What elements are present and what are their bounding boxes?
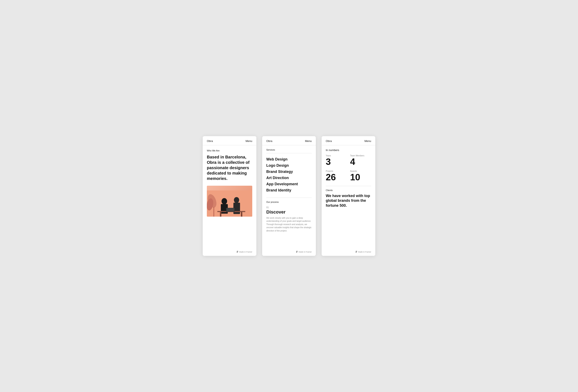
divider-2 xyxy=(266,198,312,198)
svg-rect-3 xyxy=(213,207,214,217)
svg-rect-10 xyxy=(241,212,242,217)
framer-logo-2 xyxy=(296,251,298,253)
stat-years: Years 3 xyxy=(326,155,347,166)
card2-body: Services Web Design Logo Design Brand St… xyxy=(262,145,316,248)
made-in-framer-1: Made in Framer xyxy=(237,251,252,253)
logo-3: Obra xyxy=(326,139,332,143)
clients-label: Clients xyxy=(326,186,371,191)
service-item-4: Art Direction xyxy=(266,175,312,181)
menu-button-2[interactable]: Menu xyxy=(305,139,312,143)
phones-container: Obra Menu Who We Are Based in Barcelona,… xyxy=(203,136,375,256)
framer-logo-1 xyxy=(237,251,238,253)
menu-button-1[interactable]: Menu xyxy=(245,139,252,143)
card3-footer: Made in Framer xyxy=(322,248,375,256)
card2-footer: Made in Framer xyxy=(262,248,316,256)
made-in-framer-2: Made in Framer xyxy=(296,251,312,253)
service-item-3: Brand Strategy xyxy=(266,169,312,175)
clients-section: Clients We have worked with top global b… xyxy=(326,186,371,208)
phone-card-2: Obra Menu Services Web Design Logo Desig… xyxy=(262,136,316,256)
stat-projects: Projects 26 xyxy=(326,170,347,182)
menu-button-3[interactable]: Menu xyxy=(364,139,371,143)
logo-2: Obra xyxy=(266,139,272,143)
framer-logo-3 xyxy=(355,251,357,253)
nav-2: Obra Menu xyxy=(262,136,316,145)
service-item-5: App Development xyxy=(266,181,312,187)
card3-body: In numbers Years 3 Team Members 4 Projec… xyxy=(322,145,375,248)
services-label: Services xyxy=(266,149,312,153)
svg-rect-12 xyxy=(227,208,234,211)
clients-headline: We have worked with top global brands fr… xyxy=(326,194,371,208)
svg-rect-9 xyxy=(220,212,221,217)
phone-card-3: Obra Menu In numbers Years 3 Team Member… xyxy=(322,136,375,256)
nav-1: Obra Menu xyxy=(203,136,256,145)
services-list: Web Design Logo Design Brand Strategy Ar… xyxy=(266,156,312,194)
svg-point-4 xyxy=(222,198,227,204)
logo-1: Obra xyxy=(207,139,213,143)
made-in-framer-3: Made in Framer xyxy=(355,251,371,253)
numbers-grid: Years 3 Team Members 4 Projects 26 Award… xyxy=(326,155,371,182)
svg-point-6 xyxy=(234,197,239,203)
process-label: Our process xyxy=(266,201,312,205)
nav-3: Obra Menu xyxy=(322,136,375,145)
service-item-1: Web Design xyxy=(266,156,312,162)
service-item-6: Brand Identity xyxy=(266,187,312,193)
card1-body: Who We Are Based in Barcelona, Obra is a… xyxy=(203,145,256,248)
stat-projects-value: 26 xyxy=(326,173,347,182)
process-title: Discover xyxy=(266,209,312,215)
stat-awards: Awards 10 xyxy=(350,170,371,182)
people-illustration xyxy=(207,190,252,217)
card1-footer: Made in Framer xyxy=(203,248,256,256)
stat-awards-value: 10 xyxy=(350,173,371,182)
phone-card-1: Obra Menu Who We Are Based in Barcelona,… xyxy=(203,136,256,256)
card1-image xyxy=(207,186,252,217)
stat-years-value: 3 xyxy=(326,157,347,166)
service-item-2: Logo Design xyxy=(266,162,312,169)
process-section: Our process 01 Discover We work closely … xyxy=(266,201,312,232)
stat-team-members: Team Members 4 xyxy=(350,155,371,166)
card1-headline: Based in Barcelona, Obra is a collective… xyxy=(207,154,252,181)
process-num: 01 xyxy=(266,206,312,209)
process-desc: We work closely with you to gain a deep … xyxy=(266,217,312,232)
stat-team-value: 4 xyxy=(350,157,371,166)
in-numbers-label: In numbers xyxy=(326,149,371,152)
who-we-are-label: Who We Are xyxy=(207,149,252,152)
